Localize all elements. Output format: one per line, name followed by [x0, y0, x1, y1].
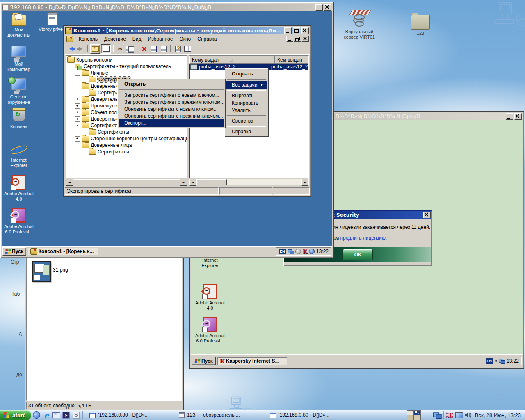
forward-button[interactable] [76, 45, 85, 53]
menu-action[interactable]: Действие [101, 35, 129, 43]
tree-item[interactable]: -Сертификаты - текущий пользователь [66, 63, 187, 70]
column-header-issued-by[interactable]: Кем выдан [275, 56, 308, 64]
close-button[interactable] [514, 113, 522, 120]
submenu-item-renew-same-key[interactable]: Обновить сертификат с прежним ключом... [119, 112, 224, 119]
start-button[interactable]: Пуск [2, 247, 26, 256]
cut-button[interactable]: ✂ [116, 45, 125, 53]
child-minimize-button[interactable] [286, 36, 293, 42]
scroll-left-button[interactable]: ◄ [66, 179, 73, 186]
menu-window[interactable]: Окно [176, 35, 194, 43]
new-window-button[interactable] [183, 45, 192, 53]
menu-item-copy[interactable]: Копировать [226, 99, 267, 107]
expander-icon[interactable]: + [75, 103, 80, 109]
menu-item-all-tasks[interactable]: Все задачи [226, 81, 267, 89]
file-thumbnail-31png[interactable] [32, 261, 51, 282]
menu-item-properties[interactable]: Свойства [226, 117, 267, 125]
menu-item-delete[interactable]: Удалить [226, 107, 267, 114]
renew-license-link[interactable]: продлить лицензию [340, 235, 386, 241]
quick-launch-mail-icon[interactable] [52, 411, 61, 419]
host-task-rdp1[interactable]: '192.168.0.80 - Ð▯Ð»... [85, 412, 174, 418]
maximize-button[interactable] [293, 27, 300, 34]
tray-network-icon[interactable] [288, 249, 294, 254]
desktop-icon-acrobat4[interactable]: Adobe Acrobat4.0 [2, 174, 35, 202]
column-header-issued-to[interactable]: Кому выдан △ [189, 56, 275, 64]
expander-icon[interactable]: + [75, 110, 80, 115]
host-task-rdp2[interactable]: '192.168.0.80 - Ð▯Ð»... [266, 412, 368, 418]
export-list-button[interactable] [159, 45, 168, 53]
workspace-pager[interactable] [407, 410, 421, 420]
child-restore-button[interactable] [294, 36, 301, 42]
expander-icon[interactable]: + [75, 116, 80, 122]
submenu-item-renew-new-key[interactable]: Обновить сертификат с новым ключом... [119, 105, 224, 112]
submenu-item-request-same-key[interactable]: Запросить сертификат с прежним ключом... [119, 98, 224, 105]
close-button[interactable] [301, 27, 309, 34]
desktop-icon-my-computer[interactable]: Мойкомпьютер [2, 44, 35, 72]
tree-item[interactable]: Сертификаты [66, 148, 187, 155]
tree-item[interactable]: -Личные [66, 70, 187, 76]
scroll-right-button[interactable]: ► [301, 179, 308, 186]
menu-item-cut[interactable]: Вырезать [226, 92, 267, 99]
desktop-icon-acrobat6[interactable]: Adobe Acrobat6.0 Professi... [194, 316, 226, 344]
desktop-icon-internet-explorer[interactable]: e InternetExplorer [2, 143, 35, 168]
start-button[interactable]: start [0, 410, 31, 420]
volume-icon[interactable] [464, 411, 472, 419]
expander-icon[interactable]: - [75, 123, 80, 128]
tray-display-icon[interactable] [455, 411, 463, 419]
tree-item[interactable]: Сертификаты [66, 129, 187, 135]
menu-help[interactable]: Справка [194, 35, 220, 43]
start-button[interactable]: Пуск [192, 357, 216, 365]
menu-item-open[interactable]: Открыть [226, 70, 267, 78]
tray-computer-icon[interactable] [433, 411, 441, 419]
submenu-item-request-new-key[interactable]: Запросить сертификат с новым ключом... [119, 91, 224, 98]
delete-button[interactable] [139, 45, 148, 53]
minimize-button[interactable] [315, 4, 323, 11]
quick-launch-window-manager-icon[interactable]: ➤ [62, 411, 71, 419]
close-button[interactable] [423, 212, 431, 218]
rdp1-titlebar[interactable]: '192.168.0.80 - Ð▯Ð»Ð¸ÐµÐ½Ñ▯ Ð¢ÐµÑ▯Ð¼Ð¸Ð… [2, 4, 332, 11]
show-tree-button[interactable] [101, 44, 111, 54]
desktop-icon-my-documents[interactable]: Моидокументы [2, 12, 35, 38]
desktop-icon-network[interactable]: Сетевоеокружение [2, 77, 35, 105]
expander-icon[interactable]: + [75, 136, 80, 142]
scroll-left-button[interactable]: ◄ [189, 179, 196, 186]
tree-item[interactable]: -Доверенные лица [66, 142, 187, 148]
language-indicator[interactable]: EN [486, 358, 493, 364]
host-task-explorer-123[interactable]: 123 — обозреватель ... [175, 412, 265, 418]
list-hscrollbar[interactable]: ◄ ► [189, 178, 308, 185]
tray-chevron[interactable]: « [494, 358, 497, 364]
properties-button[interactable] [149, 45, 158, 53]
menu-favorites[interactable]: Избранное [145, 35, 176, 43]
taskbar-task-kaspersky[interactable]: K Kaspersky Internet S... [217, 357, 287, 365]
tree-item[interactable]: Корень консоли [66, 57, 187, 63]
taskbar-task-console[interactable]: Консоль1 - [Корень к... [28, 248, 98, 255]
tray-network-icon[interactable] [499, 359, 505, 363]
menu-item-help[interactable]: Справка [226, 128, 267, 135]
menu-console[interactable]: Консоль [75, 35, 101, 43]
back-button[interactable] [66, 45, 75, 53]
tree-item[interactable]: +Сторонние корневые центры сертификации [66, 135, 187, 142]
quick-launch-internet-explorer-icon[interactable]: e [42, 411, 51, 419]
mmc-titlebar[interactable]: Консоль1 - [Корень консоли\Сертификаты -… [65, 27, 310, 34]
desktop-icon-acrobat4[interactable]: Adobe Acrobat4.0 [194, 283, 226, 311]
language-indicator[interactable]: EN [279, 249, 286, 254]
desktop-icon-virtual-server[interactable]: Виртуальныйсервер VIRT01 [340, 9, 379, 40]
expander-icon[interactable]: - [75, 71, 80, 76]
keyboard-layout-flag-icon[interactable] [446, 411, 454, 419]
copy-button[interactable] [126, 45, 135, 53]
quick-launch-show-desktop-icon[interactable] [32, 411, 41, 419]
tree-hscrollbar[interactable]: ◄ ► [66, 178, 187, 185]
submenu-item-export[interactable]: Экспорт... [119, 119, 224, 127]
child-close-button[interactable] [302, 36, 309, 42]
scroll-thumb[interactable] [196, 179, 227, 185]
desktop-icon-acrobat6[interactable]: Adobe Acrobat6.0 Professi... [2, 207, 35, 235]
expander-icon[interactable]: + [75, 97, 80, 102]
tray-agent-icon[interactable] [309, 249, 315, 254]
expander-icon[interactable]: - [75, 143, 80, 148]
help-button[interactable]: ? [173, 45, 182, 53]
minimize-button[interactable] [284, 27, 292, 34]
ok-button[interactable]: ОК [342, 249, 373, 260]
submenu-item-open[interactable]: Открыть [119, 80, 224, 88]
expander-icon[interactable]: - [68, 64, 73, 69]
expander-icon[interactable]: - [75, 84, 80, 89]
desktop-icon-folder-123[interactable]: 123 [404, 12, 437, 36]
